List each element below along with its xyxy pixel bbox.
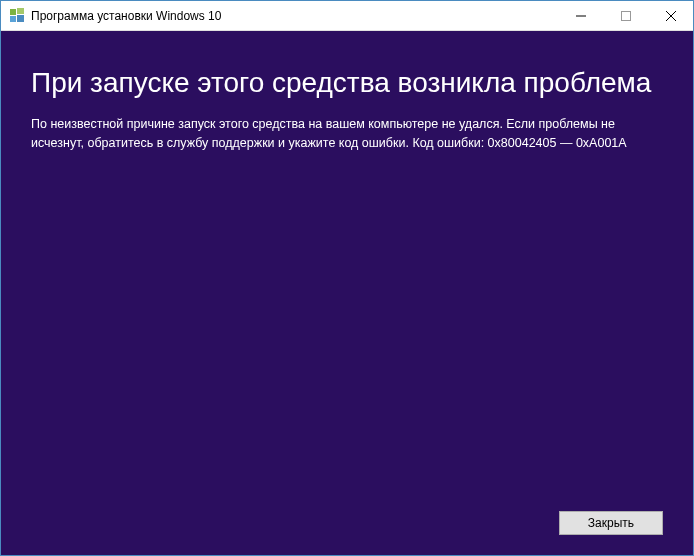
- error-message: По неизвестной причине запуск этого сред…: [31, 115, 663, 151]
- maximize-button[interactable]: [603, 1, 648, 30]
- svg-rect-2: [10, 9, 16, 15]
- titlebar: Программа установки Windows 10: [1, 1, 693, 31]
- minimize-button[interactable]: [558, 1, 603, 30]
- window-controls: [558, 1, 693, 30]
- error-heading: При запуске этого средства возникла проб…: [31, 65, 663, 101]
- app-icon: [9, 8, 25, 24]
- close-window-button[interactable]: [648, 1, 693, 30]
- close-button[interactable]: Закрыть: [559, 511, 663, 535]
- window-title: Программа установки Windows 10: [31, 9, 558, 23]
- svg-rect-5: [621, 11, 630, 20]
- svg-rect-1: [17, 15, 24, 22]
- content-area: При запуске этого средства возникла проб…: [1, 31, 693, 555]
- svg-rect-0: [10, 16, 16, 22]
- svg-rect-3: [17, 8, 24, 14]
- window: Программа установки Windows 10 При запус…: [0, 0, 694, 556]
- button-bar: Закрыть: [31, 501, 663, 535]
